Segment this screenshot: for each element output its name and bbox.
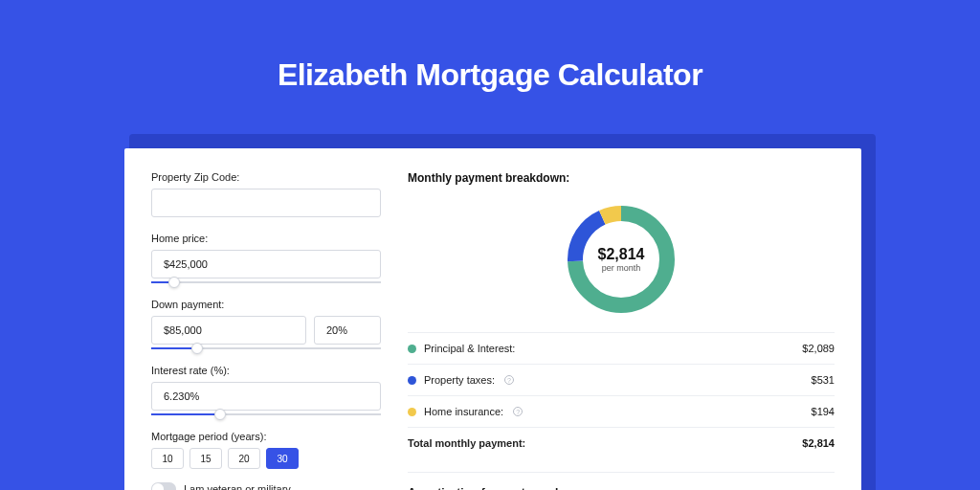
donut-sub: per month — [602, 263, 641, 273]
period-option-20[interactable]: 20 — [228, 448, 260, 469]
breakdown-total-row: Total monthly payment:$2,814 — [408, 428, 835, 458]
donut-amount: $2,814 — [598, 246, 645, 263]
down-payment-input[interactable] — [151, 316, 306, 345]
donut-center: $2,814 per month — [564, 202, 679, 317]
interest-rate-field: Interest rate (%): — [151, 365, 381, 415]
donut-chart: $2,814 per month — [564, 202, 679, 317]
total-value: $2,814 — [802, 437, 835, 449]
period-option-10[interactable]: 10 — [151, 448, 184, 469]
legend-dot — [408, 376, 416, 385]
breakdown-label: Property taxes: — [424, 374, 495, 386]
home-price-field: Home price: — [151, 233, 381, 283]
slider-fill — [151, 413, 220, 415]
veteran-row: I am veteran or military — [151, 482, 381, 490]
breakdown-label: Principal & Interest: — [424, 343, 515, 354]
slider-thumb[interactable] — [214, 409, 226, 420]
interest-rate-label: Interest rate (%): — [151, 365, 381, 376]
home-price-slider[interactable] — [151, 281, 381, 283]
down-payment-field: Down payment: — [151, 299, 381, 349]
breakdown-list: Principal & Interest:$2,089Property taxe… — [408, 332, 835, 458]
slider-fill — [151, 347, 197, 349]
breakdown-row-left: Principal & Interest: — [408, 343, 515, 354]
zip-input[interactable] — [151, 189, 381, 217]
total-label: Total monthly payment: — [408, 437, 525, 449]
down-payment-slider[interactable] — [151, 347, 381, 349]
mortgage-period-options: 10152030 — [151, 448, 381, 469]
page-background: Elizabeth Mortgage Calculator Property Z… — [0, 0, 980, 490]
mortgage-period-label: Mortgage period (years): — [151, 431, 381, 442]
legend-dot — [408, 345, 416, 353]
zip-label: Property Zip Code: — [151, 171, 381, 183]
period-option-30[interactable]: 30 — [266, 448, 299, 469]
form-column: Property Zip Code: Home price: Down paym… — [151, 171, 381, 470]
down-payment-pct-input[interactable] — [314, 316, 381, 345]
page-title: Elizabeth Mortgage Calculator — [0, 0, 980, 122]
breakdown-value: $194 — [812, 406, 835, 417]
slider-thumb[interactable] — [191, 343, 203, 354]
info-icon[interactable]: ? — [504, 375, 514, 385]
breakdown-row-left: Home insurance:? — [408, 406, 523, 417]
slider-thumb[interactable] — [168, 277, 180, 288]
breakdown-row-left: Property taxes:? — [408, 374, 514, 386]
breakdown-title: Monthly payment breakdown: — [408, 171, 835, 185]
interest-rate-input[interactable] — [151, 382, 381, 411]
breakdown-value: $2,089 — [802, 343, 835, 354]
down-payment-label: Down payment: — [151, 299, 381, 310]
breakdown-row: Property taxes:?$531 — [408, 365, 835, 396]
home-price-label: Home price: — [151, 233, 381, 244]
legend-dot — [408, 408, 416, 416]
breakdown-row: Principal & Interest:$2,089 — [408, 333, 835, 365]
info-icon[interactable]: ? — [513, 407, 523, 416]
results-column: Monthly payment breakdown: $2,814 per mo… — [408, 171, 835, 470]
zip-field: Property Zip Code: — [151, 171, 381, 217]
breakdown-label: Home insurance: — [424, 406, 503, 417]
home-price-input[interactable] — [151, 250, 381, 278]
toggle-knob — [152, 483, 164, 490]
breakdown-row: Home insurance:?$194 — [408, 396, 835, 428]
amortization-title: Amortization for mortgage loan — [408, 486, 835, 490]
amortization-section: Amortization for mortgage loan Amortizat… — [408, 472, 835, 490]
period-option-15[interactable]: 15 — [189, 448, 222, 469]
calculator-card: Property Zip Code: Home price: Down paym… — [124, 148, 861, 490]
veteran-toggle[interactable] — [151, 482, 176, 490]
mortgage-period-field: Mortgage period (years): 10152030 — [151, 431, 381, 469]
veteran-label: I am veteran or military — [184, 483, 291, 490]
breakdown-value: $531 — [812, 374, 835, 386]
donut-chart-wrap: $2,814 per month — [408, 194, 835, 332]
interest-rate-slider[interactable] — [151, 413, 381, 415]
